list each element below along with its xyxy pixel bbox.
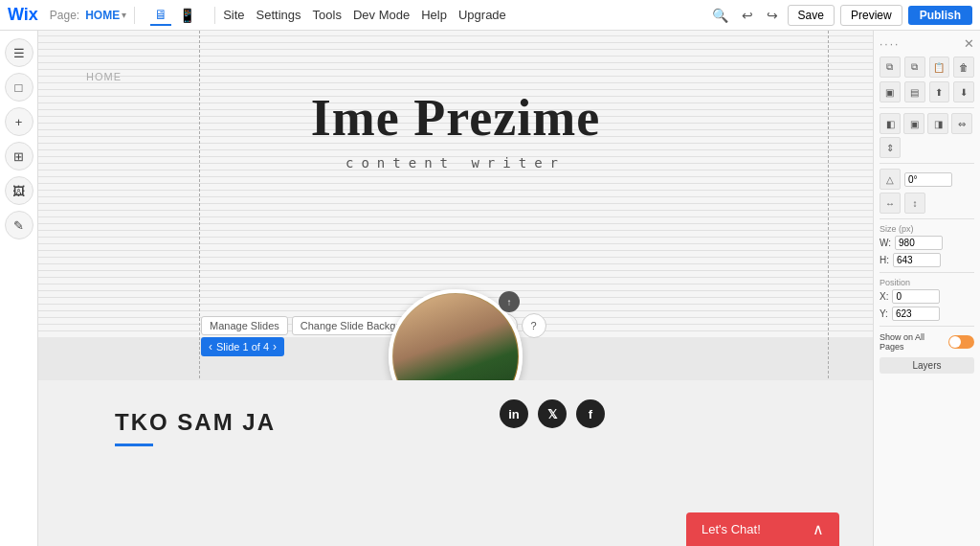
flip-v-button[interactable]: ↕: [904, 193, 925, 214]
distribute-v-button[interactable]: ⇕: [880, 137, 901, 158]
x-row: X:: [880, 289, 974, 304]
move-forward-button[interactable]: ▣: [880, 81, 901, 102]
page-canvas: HOME Ime Prezime content writer Manage S…: [38, 31, 873, 546]
slide-navigator[interactable]: ‹ Slide 1 of 4 ›: [201, 337, 284, 356]
nav-upgrade[interactable]: Upgrade: [458, 8, 506, 22]
move-to-front-button[interactable]: ⬆: [929, 81, 950, 102]
left-sidebar: ☰ □ + ⊞ 🖼 ✎: [0, 31, 38, 546]
chat-label: Let's Chat!: [702, 522, 761, 536]
align-left-button[interactable]: ◧: [880, 113, 901, 134]
rotation-icon: △: [880, 169, 901, 190]
profile-upload-button[interactable]: ↑: [499, 291, 520, 312]
facebook-icon[interactable]: f: [576, 399, 605, 428]
page-label: Page:: [50, 9, 79, 22]
topbar: Wix Page: HOME ▾ 🖥 📱 Site Settings Tools…: [0, 0, 980, 31]
sidebar-background-icon[interactable]: □: [5, 73, 33, 102]
slide-prev-button[interactable]: ‹: [209, 340, 212, 353]
x-input[interactable]: [892, 289, 940, 304]
twitter-icon[interactable]: 𝕏: [538, 399, 567, 428]
top-nav: Site Settings Tools Dev Mode Help Upgrad…: [223, 8, 506, 22]
toggle-thumb: [949, 336, 961, 348]
sidebar-add-icon[interactable]: +: [5, 107, 33, 136]
sep1: [134, 7, 135, 24]
delete-button[interactable]: 🗑: [953, 57, 974, 78]
divider5: [880, 326, 974, 327]
width-input[interactable]: [895, 236, 943, 250]
preview-button[interactable]: Preview: [840, 5, 902, 26]
rotation-input[interactable]: [904, 172, 952, 187]
height-input[interactable]: [893, 253, 941, 267]
nav-site[interactable]: Site: [223, 8, 244, 22]
right-panel: ···· ✕ ⧉ ⧉ 📋 🗑 ▣ ▤ ⬆ ⬇ ◧ ▣ ◨ ⇔ ⇕ △: [873, 31, 980, 546]
hero-name[interactable]: Ime Prezime: [311, 88, 600, 148]
w-label: W:: [880, 238, 891, 248]
layers-button[interactable]: Layers: [880, 357, 974, 374]
hero-subtitle[interactable]: content writer: [345, 155, 566, 171]
sep2: [214, 7, 215, 24]
nav-settings[interactable]: Settings: [256, 8, 301, 22]
flip-row: ↔ ↕: [880, 193, 974, 214]
sidebar-apps-icon[interactable]: ⊞: [5, 142, 33, 171]
align-center-button[interactable]: ▣: [903, 113, 924, 134]
move-back-button[interactable]: ▤: [904, 81, 925, 102]
width-row: W:: [880, 236, 974, 250]
topbar-actions: 🔍 ↩ ↪ Save Preview Publish: [708, 5, 972, 26]
sidebar-media-icon[interactable]: 🖼: [5, 176, 33, 205]
slide-help-button[interactable]: ?: [522, 313, 546, 338]
page-indicator: Page: HOME ▾: [50, 9, 126, 22]
show-all-pages-toggle[interactable]: Show on All Pages: [880, 332, 974, 352]
panel-clipboard-row: ⧉ ⧉ 📋 🗑: [880, 57, 974, 78]
toggle-track[interactable]: [948, 335, 974, 349]
divider4: [880, 272, 974, 273]
copy2-button[interactable]: ⧉: [904, 57, 925, 78]
divider2: [880, 163, 974, 164]
nav-devmode[interactable]: Dev Mode: [353, 8, 410, 22]
align-right-button[interactable]: ◨: [927, 113, 948, 134]
panel-close-button[interactable]: ✕: [964, 36, 974, 51]
redo-button[interactable]: ↪: [763, 6, 782, 25]
show-all-pages-label: Show on All Pages: [880, 332, 948, 352]
main-layout: ☰ □ + ⊞ 🖼 ✎ HOME Ime Prezime content wri…: [0, 31, 980, 546]
y-row: Y:: [880, 307, 974, 321]
paste-button[interactable]: 📋: [929, 57, 950, 78]
tko-underline: [115, 444, 153, 446]
chat-close-icon[interactable]: ∧: [813, 520, 824, 538]
sidebar-pages-icon[interactable]: ☰: [5, 38, 33, 67]
size-label: Size (px): [880, 224, 974, 234]
move-to-back-button[interactable]: ⬇: [953, 81, 974, 102]
copy-button[interactable]: ⧉: [880, 57, 901, 78]
rotation-row: △: [880, 169, 974, 190]
hero-section[interactable]: Ime Prezime content writer: [38, 31, 873, 171]
tko-title[interactable]: TKO SAM JA: [115, 409, 796, 436]
page-name[interactable]: HOME: [85, 9, 120, 22]
undo-button[interactable]: ↩: [738, 6, 757, 25]
mobile-view-button[interactable]: 📱: [175, 6, 199, 25]
wix-logo: Wix: [8, 5, 38, 25]
panel-drag-handle[interactable]: ····: [880, 37, 900, 51]
chat-widget[interactable]: Let's Chat! ∧: [686, 512, 839, 546]
manage-slides-button[interactable]: Manage Slides: [201, 316, 288, 335]
panel-layer-row: ▣ ▤ ⬆ ⬇: [880, 81, 974, 102]
desktop-view-button[interactable]: 🖥: [150, 5, 171, 26]
save-button[interactable]: Save: [788, 5, 835, 26]
height-row: H:: [880, 253, 974, 267]
y-input[interactable]: [892, 307, 940, 321]
nav-help[interactable]: Help: [421, 8, 447, 22]
social-icons: in 𝕏 f: [500, 399, 605, 428]
linkedin-icon[interactable]: in: [500, 399, 528, 428]
slide-next-button[interactable]: ›: [273, 340, 277, 353]
distribute-h-button[interactable]: ⇔: [951, 113, 972, 134]
align-row: ◧ ▣ ◨ ⇔ ⇕: [880, 113, 974, 158]
canvas-area: HOME Ime Prezime content writer Manage S…: [38, 31, 873, 546]
page-chevron-icon[interactable]: ▾: [122, 10, 126, 20]
x-label: X:: [880, 291, 888, 302]
publish-button[interactable]: Publish: [908, 6, 972, 25]
device-toggle: 🖥 📱: [150, 5, 199, 26]
zoom-button[interactable]: 🔍: [708, 6, 732, 25]
divider3: [880, 218, 974, 219]
slide-indicator: Slide 1 of 4: [216, 341, 269, 353]
flip-h-button[interactable]: ↔: [880, 193, 901, 214]
y-label: Y:: [880, 308, 888, 319]
sidebar-blog-icon[interactable]: ✎: [5, 211, 33, 239]
nav-tools[interactable]: Tools: [313, 8, 342, 22]
